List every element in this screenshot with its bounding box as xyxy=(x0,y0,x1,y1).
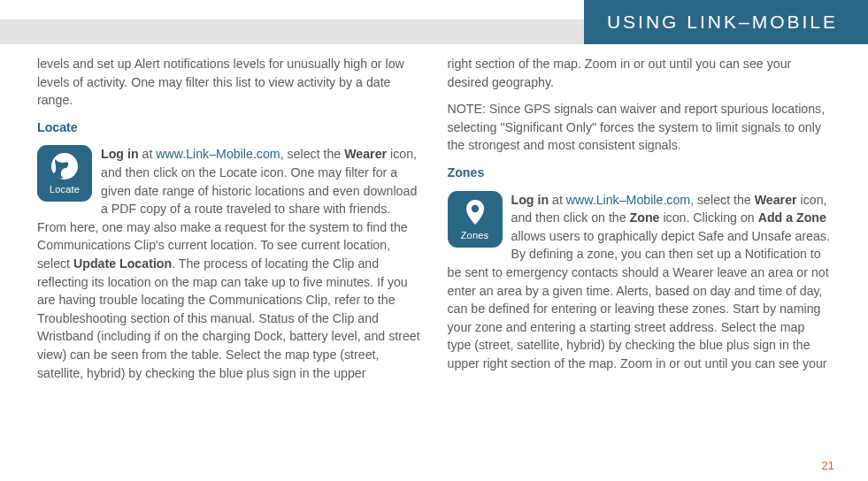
locate-icon-label: Locate xyxy=(50,183,80,197)
page-content: levels and set up Alert notifications le… xyxy=(37,55,831,465)
login-bold: Log in xyxy=(101,147,139,161)
locate-para: Log in at www.Link–Mobile.com, select th… xyxy=(37,145,421,382)
link-mobile-url-2[interactable]: www.Link–Mobile.com xyxy=(566,193,690,207)
locate-block: Locate Log in at www.Link–Mobile.com, se… xyxy=(37,145,421,391)
svg-point-1 xyxy=(471,204,478,211)
column-right: right section of the map. Zoom in or out… xyxy=(448,55,832,465)
column-left: levels and set up Alert notifications le… xyxy=(37,55,421,465)
link-mobile-url[interactable]: www.Link–Mobile.com xyxy=(156,147,280,161)
page-number: 21 xyxy=(822,459,834,472)
globe-icon xyxy=(50,151,80,181)
right-p1: right section of the map. Zoom in or out… xyxy=(448,55,832,91)
zones-block: Zones Log in at www.Link–Mobile.com, sel… xyxy=(448,191,832,382)
zones-para: Log in at www.Link–Mobile.com, select th… xyxy=(448,191,832,373)
map-pin-icon xyxy=(460,197,490,227)
locate-heading: Locate xyxy=(37,118,421,137)
intro-para: levels and set up Alert notifications le… xyxy=(37,55,421,110)
zones-icon: Zones xyxy=(448,191,503,248)
right-p2-note: NOTE: Since GPS signals can waiver and r… xyxy=(448,100,832,155)
zones-icon-label: Zones xyxy=(461,229,489,243)
zones-heading: Zones xyxy=(448,164,832,182)
page-header-title: USING LINK–MOBILE xyxy=(584,0,868,44)
locate-icon: Locate xyxy=(37,145,92,202)
